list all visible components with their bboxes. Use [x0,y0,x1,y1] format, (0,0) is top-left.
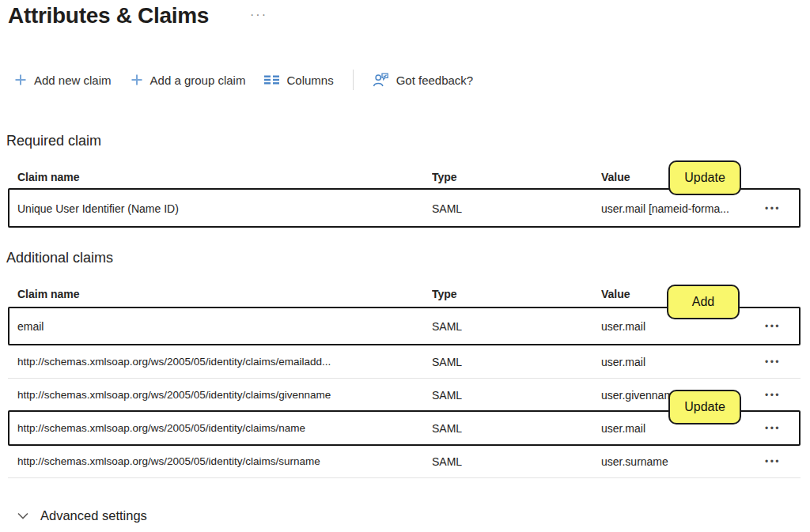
plus-icon [14,74,27,86]
add-group-claim-label: Add a group claim [150,74,246,87]
value-cell: user.mail [601,356,745,368]
column-header-claim-name: Claim name [17,288,432,300]
row-context-menu-button[interactable]: ••• [763,318,782,335]
columns-button[interactable]: Columns [264,74,333,87]
claim-name-cell: http://schemas.xmlsoap.org/ws/2005/05/id… [17,455,432,467]
annotation-sticker-add: Add [667,285,740,319]
column-header-type: Type [432,171,601,183]
value-cell: user.mail [nameid-forma... [601,202,745,215]
advanced-settings-toggle[interactable]: Advanced settings [17,508,147,523]
add-group-claim-button[interactable]: Add a group claim [131,74,246,87]
annotation-sticker-update: Update [668,390,741,424]
page-title: Attributes & Claims [8,3,209,28]
column-header-claim-name: Claim name [17,171,432,183]
required-claim-section-title: Required claim [6,133,101,149]
value-cell: user.surname [601,455,745,468]
toolbar-divider [353,70,354,90]
type-cell: SAML [432,455,601,468]
advanced-settings-label: Advanced settings [40,508,147,523]
value-cell: user.mail [601,320,745,333]
row-context-menu-button[interactable]: ••• [763,453,782,470]
table-row-emailaddress[interactable]: http://schemas.xmlsoap.org/ws/2005/05/id… [8,345,801,379]
claim-name-cell: http://schemas.xmlsoap.org/ws/2005/05/id… [17,389,432,401]
table-row-surname[interactable]: http://schemas.xmlsoap.org/ws/2005/05/id… [8,445,801,478]
row-context-menu-button[interactable]: ••• [763,420,782,437]
row-context-menu-button[interactable]: ••• [763,353,782,371]
type-cell: SAML [432,356,601,368]
claim-name-cell: Unique User Identifier (Name ID) [17,202,432,215]
got-feedback-label: Got feedback? [396,74,474,87]
annotation-sticker-update: Update [668,160,741,195]
type-cell: SAML [432,422,601,435]
row-context-menu-button[interactable]: ••• [763,200,782,217]
command-bar: Add new claim Add a group claim Columns … [14,68,473,92]
type-cell: SAML [432,389,601,402]
columns-label: Columns [286,74,333,87]
additional-claims-section-title: Additional claims [6,250,113,266]
type-cell: SAML [432,202,601,215]
chevron-down-icon [17,512,28,519]
add-new-claim-button[interactable]: Add new claim [14,74,112,87]
columns-icon [264,74,279,85]
add-new-claim-label: Add new claim [34,74,112,87]
got-feedback-button[interactable]: Got feedback? [373,73,474,88]
type-cell: SAML [432,320,601,333]
title-more-menu[interactable]: ··· [250,8,267,22]
claim-name-cell: http://schemas.xmlsoap.org/ws/2005/05/id… [17,356,432,368]
column-header-type: Type [432,288,601,300]
claim-name-cell: email [17,320,432,333]
plus-icon [131,74,143,86]
feedback-icon [373,73,389,88]
table-row-nameid[interactable]: Unique User Identifier (Name ID) SAML us… [8,190,801,228]
claim-name-cell: http://schemas.xmlsoap.org/ws/2005/05/id… [17,422,432,434]
row-context-menu-button[interactable]: ••• [763,387,782,404]
